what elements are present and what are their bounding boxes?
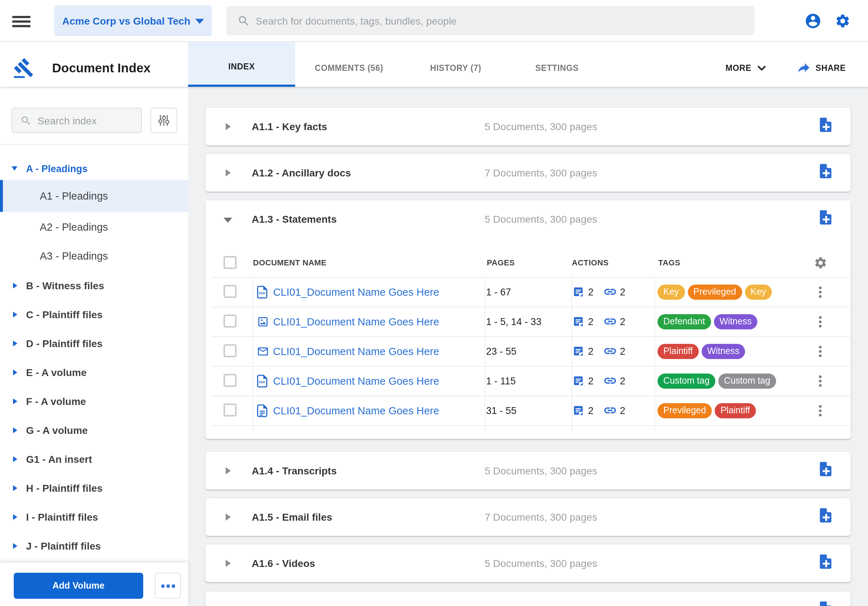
svg-text:PDF: PDF (259, 380, 265, 384)
svg-text:PDF: PDF (259, 291, 265, 295)
